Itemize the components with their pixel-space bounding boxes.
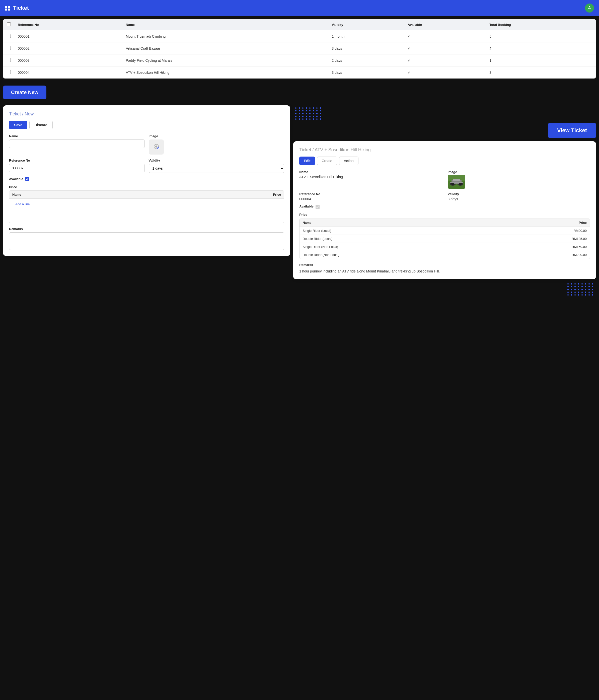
view-ticket-area: View Ticket	[293, 123, 596, 138]
dot	[306, 116, 307, 117]
dot	[313, 110, 314, 111]
detail-remarks-value: 1 hour journey including an ATV ride alo…	[299, 269, 590, 273]
dot	[581, 286, 583, 287]
dot	[589, 294, 590, 296]
dot	[585, 283, 586, 284]
cell-validity: 2 days	[328, 54, 404, 67]
table-row: 000003 Paddy Field Cycling at Marais 2 d…	[3, 54, 596, 67]
validity-group: Validity 1 days 2 days 3 days 1 month	[149, 158, 284, 173]
detail-price-col-name: Name	[299, 219, 494, 227]
col-ref: Reference No	[14, 19, 122, 30]
dot	[316, 113, 318, 114]
remarks-textarea[interactable]	[9, 232, 284, 250]
dot	[316, 116, 318, 117]
dot	[295, 116, 297, 117]
dot	[320, 107, 321, 109]
avatar[interactable]: A	[585, 3, 594, 12]
dot	[592, 283, 593, 284]
available-row: Available	[9, 177, 284, 181]
remarks-label: Remarks	[9, 227, 284, 231]
dot	[299, 107, 300, 109]
row-checkbox[interactable]	[7, 58, 11, 62]
dot	[313, 116, 314, 117]
price-value: RM90.00	[494, 227, 590, 235]
price-col-price: Price	[151, 191, 284, 199]
dot	[302, 107, 303, 109]
edit-button[interactable]: Edit	[299, 156, 315, 165]
discard-button[interactable]: Discard	[29, 121, 53, 129]
dot	[589, 286, 590, 287]
svg-rect-10	[453, 179, 460, 181]
dot	[320, 113, 321, 114]
dot	[571, 283, 572, 284]
dot	[320, 110, 321, 111]
ref-input[interactable]	[9, 164, 145, 172]
dot	[316, 119, 318, 120]
detail-name-image: Name ATV + Sosodikon Hill Hiking Image	[299, 170, 590, 189]
cell-ref: 000003	[14, 54, 122, 67]
col-available: Available	[404, 19, 486, 30]
available-checkbox[interactable]	[25, 177, 29, 181]
row-checkbox[interactable]	[7, 46, 11, 50]
dot	[589, 292, 590, 293]
cell-name: Mount Trusmadi Climbing	[122, 30, 328, 43]
cell-ref: 000002	[14, 43, 122, 54]
dot	[313, 107, 314, 109]
add-line[interactable]: Add a line	[12, 201, 281, 221]
select-all-checkbox[interactable]	[7, 22, 11, 26]
dot	[302, 110, 303, 111]
new-form-breadcrumb: Ticket / New	[9, 111, 284, 117]
dot	[306, 119, 307, 120]
table-row: 000002 Artisanal Craft Bazaar 3 days ✓ 4	[3, 43, 596, 54]
ref-group: Reference No	[9, 158, 145, 173]
header-left: Ticket	[5, 5, 29, 11]
validity-select[interactable]: 1 days 2 days 3 days 1 month	[149, 164, 284, 173]
col-name: Name	[122, 19, 328, 30]
detail-price-section: Price Name Price Single Rider (Local) RM…	[299, 213, 590, 259]
detail-card: Ticket / ATV + Sosodikon Hill Hiking Edi…	[293, 141, 596, 279]
cell-total-booking: 1	[486, 54, 596, 67]
ref-validity-row: Reference No Validity 1 days 2 days 3 da…	[9, 158, 284, 173]
ticket-table: Reference No Name Validity Available Tot…	[3, 19, 596, 78]
price-name: Single Rider (Non Local)	[299, 243, 494, 251]
dot	[585, 294, 586, 296]
dot	[592, 292, 593, 293]
header: Ticket A	[0, 0, 599, 16]
dot	[592, 289, 593, 290]
name-input[interactable]	[9, 140, 145, 148]
row-checkbox[interactable]	[7, 34, 11, 38]
dot	[571, 289, 572, 290]
cell-available: ✓	[404, 54, 486, 67]
save-button[interactable]: Save	[9, 121, 27, 129]
detail-remarks-group: Remarks 1 hour journey including an ATV …	[299, 263, 590, 273]
dot	[299, 119, 300, 120]
available-label: Available	[9, 177, 23, 181]
dot	[295, 113, 297, 114]
detail-price-table-wrap: Name Price Single Rider (Local) RM90.00 …	[299, 219, 590, 259]
view-ticket-button[interactable]: View Ticket	[548, 123, 596, 138]
dot	[302, 119, 303, 120]
create-new-button[interactable]: Create New	[3, 85, 46, 99]
table-row: 000001 Mount Trusmadi Climbing 1 month ✓…	[3, 30, 596, 43]
dot	[571, 294, 572, 296]
validity-label: Validity	[149, 158, 284, 162]
detail-validity-value: 3 days	[448, 197, 590, 201]
price-name: Double Rider (Non Local)	[299, 251, 494, 259]
dot	[320, 119, 321, 120]
dot	[589, 283, 590, 284]
detail-validity-label: Validity	[448, 192, 590, 196]
dot	[578, 292, 579, 293]
image-upload[interactable]	[149, 140, 164, 154]
create-button[interactable]: Create	[317, 156, 337, 165]
dot	[567, 289, 569, 290]
dot	[581, 292, 583, 293]
dot	[316, 107, 318, 109]
cards-row: Ticket / New Save Discard Name Image	[3, 105, 596, 298]
image-label: Image	[149, 134, 284, 138]
action-button[interactable]: Action	[339, 156, 358, 165]
row-checkbox[interactable]	[7, 70, 11, 74]
cell-total-booking: 5	[486, 30, 596, 43]
detail-breadcrumb: Ticket / ATV + Sosodikon Hill Hiking	[299, 147, 590, 153]
detail-name-label: Name	[299, 170, 442, 174]
detail-validity-col: Validity 3 days	[448, 192, 590, 201]
